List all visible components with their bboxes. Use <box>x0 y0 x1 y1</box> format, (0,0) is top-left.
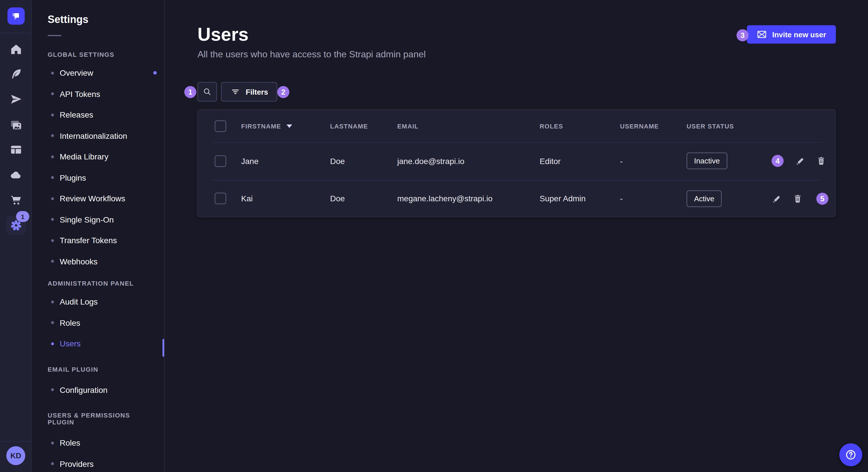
notification-dot-icon <box>153 71 157 75</box>
subnav-scrollbar-thumb[interactable] <box>162 339 164 357</box>
subnav-item-internationalization[interactable]: Internationalization <box>32 125 164 146</box>
home-icon[interactable] <box>9 42 22 56</box>
table-header-row: FIRSTNAME LASTNAME EMAIL ROLES USERNAME … <box>197 109 835 142</box>
table-row-jane-doe[interactable]: Jane Doe jane.doe@strapi.io Editor - Ina… <box>197 142 835 180</box>
section-label-administration-panel: ADMINISTRATION PANEL <box>48 280 148 287</box>
subnav-title: Settings <box>48 14 164 26</box>
sort-caret-down-icon <box>286 124 292 128</box>
send-icon[interactable] <box>9 92 22 105</box>
filter-icon <box>230 87 241 97</box>
delete-user-button[interactable] <box>792 194 803 204</box>
subnav-item-up-roles[interactable]: Roles <box>32 432 164 453</box>
help-button[interactable] <box>839 443 862 466</box>
subnav-item-releases[interactable]: Releases <box>32 104 164 125</box>
bullet-icon <box>51 93 54 96</box>
cell-email: megane.lacheny@strapi.io <box>397 194 539 203</box>
select-all-checkbox[interactable] <box>215 120 226 132</box>
content-manager-icon[interactable] <box>9 143 22 156</box>
cell-roles: Editor <box>539 157 620 166</box>
annotation-mark-5: 5 <box>816 193 828 205</box>
row-actions: 5 <box>772 193 857 205</box>
subnav-item-transfer-tokens[interactable]: Transfer Tokens <box>32 230 164 251</box>
settings-notification-badge: 1 <box>16 211 29 222</box>
question-mark-icon <box>844 448 857 461</box>
edit-user-button[interactable] <box>772 194 782 204</box>
table-row-kai-doe[interactable]: Kai Doe megane.lacheny@strapi.io Super A… <box>197 180 835 217</box>
filters-button[interactable]: Filters <box>221 82 277 102</box>
bullet-icon <box>51 218 54 221</box>
user-avatar[interactable]: KD <box>6 446 25 465</box>
column-header-user-status: USER STATUS <box>687 123 772 129</box>
column-header-firstname[interactable]: FIRSTNAME <box>241 123 330 129</box>
subnav-item-admin-roles[interactable]: Roles <box>32 312 164 333</box>
annotation-mark-4: 4 <box>772 155 784 167</box>
cloud-icon[interactable] <box>9 168 22 181</box>
bullet-icon <box>51 322 54 324</box>
edit-user-button[interactable] <box>795 156 805 166</box>
cell-username: - <box>620 157 687 166</box>
bullet-icon <box>51 197 54 200</box>
subnav-item-users-active[interactable]: Users <box>32 333 164 354</box>
bullet-icon <box>51 301 54 303</box>
section-label-global-settings: GLOBAL SETTINGS <box>48 51 148 58</box>
bullet-icon <box>51 134 54 137</box>
envelope-icon <box>756 29 767 40</box>
trash-icon <box>816 156 826 166</box>
rail-divider-bottom <box>0 441 31 442</box>
status-badge: Active <box>687 191 722 207</box>
subnav-item-media-library[interactable]: Media Library <box>32 146 164 167</box>
annotation-mark-2: 2 <box>277 86 289 98</box>
cell-firstname: Jane <box>241 157 330 166</box>
section-label-users-permissions-plugin: USERS & PERMISSIONS PLUGIN <box>48 412 148 426</box>
search-button[interactable] <box>197 82 217 102</box>
column-header-roles: ROLES <box>539 123 620 129</box>
bullet-icon <box>51 156 54 158</box>
cell-lastname: Doe <box>330 194 397 203</box>
global-settings-list: Overview API Tokens Releases Internation… <box>32 63 164 272</box>
column-header-email: EMAIL <box>397 123 539 129</box>
delete-user-button[interactable] <box>816 156 826 166</box>
users-permissions-list: Roles Providers <box>32 432 164 472</box>
users-table: FIRSTNAME LASTNAME EMAIL ROLES USERNAME … <box>197 109 836 217</box>
section-label-email-plugin: EMAIL PLUGIN <box>48 366 148 372</box>
row-checkbox[interactable] <box>215 156 226 167</box>
rail-divider-top <box>0 33 31 33</box>
cell-roles: Super Admin <box>539 194 620 203</box>
strapi-logo[interactable] <box>7 7 25 25</box>
content-builder-icon[interactable] <box>9 67 22 80</box>
search-icon <box>202 87 212 97</box>
subnav-item-api-tokens[interactable]: API Tokens <box>32 83 164 104</box>
strapi-admin-app: 1 KD Settings GLOBAL SETTINGS Overview A… <box>0 0 868 472</box>
media-library-icon[interactable] <box>9 118 22 131</box>
cell-lastname: Doe <box>330 157 397 166</box>
subnav-item-plugins[interactable]: Plugins <box>32 167 164 188</box>
subnav-item-audit-logs[interactable]: Audit Logs <box>32 291 164 312</box>
subnav-item-email-configuration[interactable]: Configuration <box>32 379 164 400</box>
bullet-icon <box>51 72 54 74</box>
invite-button-label: Invite new user <box>772 30 826 39</box>
row-actions: 4 <box>772 155 855 167</box>
cell-email: jane.doe@strapi.io <box>397 157 539 166</box>
bullet-icon <box>51 463 54 465</box>
subnav-item-overview[interactable]: Overview <box>32 63 164 83</box>
pencil-icon <box>795 156 805 166</box>
main-nav-rail: 1 KD <box>0 0 32 472</box>
bullet-icon <box>51 176 54 179</box>
status-badge: Inactive <box>687 153 727 169</box>
subnav-item-up-providers[interactable]: Providers <box>32 453 164 472</box>
administration-panel-list: Audit Logs Roles Users <box>32 291 164 354</box>
page-subtitle: All the users who have access to the Str… <box>197 49 868 60</box>
strapi-logo-icon <box>10 10 22 22</box>
filters-button-label: Filters <box>246 88 268 96</box>
row-checkbox[interactable] <box>215 193 226 204</box>
bullet-icon <box>51 389 54 392</box>
column-header-lastname: LASTNAME <box>330 123 397 129</box>
bullet-icon <box>51 342 54 345</box>
invite-new-user-button[interactable]: Invite new user <box>747 25 836 43</box>
subnav-item-single-sign-on[interactable]: Single Sign-On <box>32 209 164 230</box>
subnav-item-webhooks[interactable]: Webhooks <box>32 251 164 272</box>
cell-firstname: Kai <box>241 194 330 203</box>
subnav-item-review-workflows[interactable]: Review Workflows <box>32 188 164 209</box>
marketplace-cart-icon[interactable] <box>9 193 22 206</box>
annotation-mark-1: 1 <box>184 86 196 98</box>
